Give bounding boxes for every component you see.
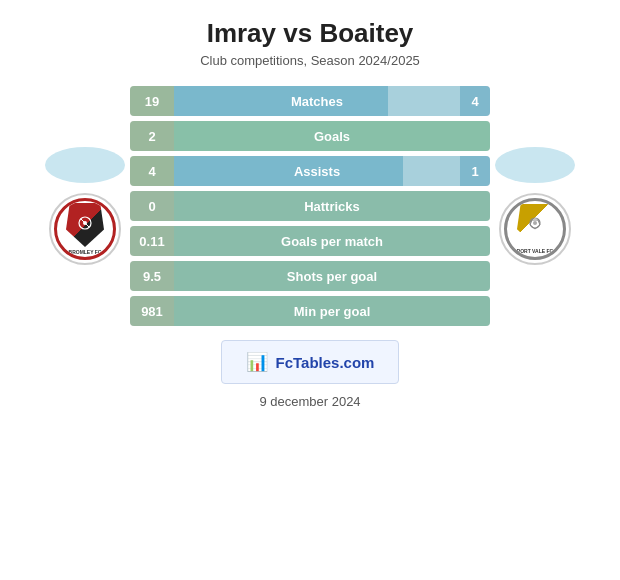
- stat-left-goals: 2: [130, 121, 174, 151]
- bromley-badge: BROMLEY FC: [54, 198, 116, 260]
- left-team-badge: BROMLEY FC: [49, 193, 121, 265]
- logo-right: PORT VALE FC: [490, 147, 580, 265]
- stat-label-goals: Goals: [174, 121, 490, 151]
- svg-point-2: [83, 221, 87, 225]
- stat-label-min-per-goal: Min per goal: [174, 296, 490, 326]
- portvale-shield: [517, 204, 553, 246]
- stat-row-min-per-goal: 981Min per goal: [130, 296, 490, 326]
- stat-label-assists: Assists: [174, 156, 460, 186]
- right-team-badge: PORT VALE FC: [499, 193, 571, 265]
- fc-icon: 📊: [246, 351, 268, 373]
- stat-row-goals: 2Goals: [130, 121, 490, 151]
- stat-left-hattricks: 0: [130, 191, 174, 221]
- stat-left-matches: 19: [130, 86, 174, 116]
- stat-row-goals-per-match: 0.11Goals per match: [130, 226, 490, 256]
- date-footer: 9 december 2024: [259, 394, 360, 409]
- portvale-label: PORT VALE FC: [517, 248, 553, 254]
- bromley-shield: [66, 203, 104, 247]
- left-ellipse-decoration: [45, 147, 125, 183]
- fc-banner-label: FcTables.com: [276, 354, 375, 371]
- fc-banner[interactable]: 📊 FcTables.com: [221, 340, 400, 384]
- stat-row-assists: 4Assists1: [130, 156, 490, 186]
- stat-left-assists: 4: [130, 156, 174, 186]
- page-title: Imray vs Boaitey: [207, 18, 414, 49]
- svg-point-4: [533, 221, 537, 225]
- stat-row-hattricks: 0Hattricks: [130, 191, 490, 221]
- stat-right-assists: 1: [460, 156, 490, 186]
- page-wrapper: Imray vs Boaitey Club competitions, Seas…: [0, 0, 620, 580]
- stat-left-shots-per-goal: 9.5: [130, 261, 174, 291]
- main-content: BROMLEY FC 19Matches42Goals4Assists10Hat…: [10, 86, 610, 326]
- stat-left-min-per-goal: 981: [130, 296, 174, 326]
- stat-row-matches: 19Matches4: [130, 86, 490, 116]
- stat-label-matches: Matches: [174, 86, 460, 116]
- stat-row-shots-per-goal: 9.5Shots per goal: [130, 261, 490, 291]
- stats-column: 19Matches42Goals4Assists10Hattricks0.11G…: [130, 86, 490, 326]
- bromley-label: BROMLEY FC: [69, 249, 102, 255]
- portvale-badge: PORT VALE FC: [504, 198, 566, 260]
- right-ellipse-decoration: [495, 147, 575, 183]
- stat-label-shots-per-goal: Shots per goal: [174, 261, 490, 291]
- stat-label-hattricks: Hattricks: [174, 191, 490, 221]
- page-subtitle: Club competitions, Season 2024/2025: [200, 53, 420, 68]
- stat-label-goals-per-match: Goals per match: [174, 226, 490, 256]
- stat-left-goals-per-match: 0.11: [130, 226, 174, 256]
- stat-right-matches: 4: [460, 86, 490, 116]
- logo-left: BROMLEY FC: [40, 147, 130, 265]
